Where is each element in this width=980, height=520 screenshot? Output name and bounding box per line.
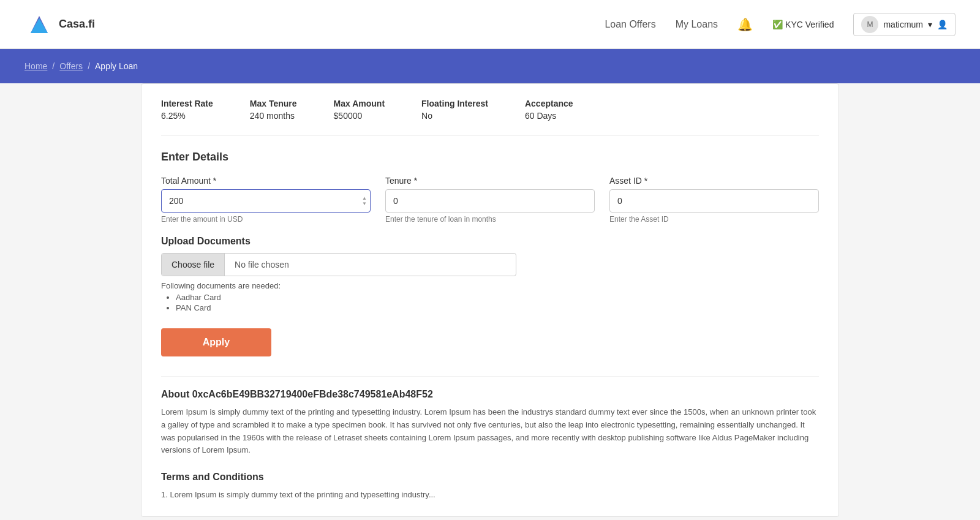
asset-id-label: Asset ID *	[609, 176, 819, 186]
tenure-hint: Enter the tenure of loan in months	[385, 215, 595, 224]
no-file-text: No file chosen	[225, 254, 516, 276]
main-card: Interest Rate 6.25% Max Tenure 240 month…	[141, 83, 839, 517]
username: maticmum	[883, 20, 923, 29]
tenure-group: Tenure * Enter the tenure of loan in mon…	[385, 176, 595, 224]
tenure-label: Tenure *	[385, 176, 595, 186]
about-section: About 0xcAc6bE49BB32719400eFBde38c749581…	[161, 376, 819, 457]
enter-details-title: Enter Details	[161, 151, 819, 164]
about-title: About 0xcAc6bE49BB32719400eFBde38c749581…	[161, 389, 819, 400]
floating-interest-item: Floating Interest No	[421, 99, 488, 121]
total-amount-input-wrapper: ▲ ▼	[161, 189, 371, 213]
interest-rate-label: Interest Rate	[161, 99, 213, 108]
avatar: M	[861, 16, 878, 33]
arrow-up-icon[interactable]: ▲	[362, 196, 367, 201]
loan-info-bar: Interest Rate 6.25% Max Tenure 240 month…	[161, 99, 819, 136]
max-tenure-value: 240 months	[250, 111, 297, 121]
max-amount-item: Max Amount $50000	[334, 99, 385, 121]
svg-marker-1	[31, 18, 48, 33]
total-amount-hint: Enter the amount in USD	[161, 215, 371, 224]
nav-my-loans[interactable]: My Loans	[676, 19, 718, 30]
upload-section: Upload Documents Choose file No file cho…	[161, 236, 819, 312]
apply-button[interactable]: Apply	[161, 328, 271, 356]
acceptance-label: Acceptance	[525, 99, 573, 108]
tenure-input[interactable]	[385, 189, 595, 213]
nav-area: Loan Offers My Loans 🔔 ✅ KYC Verified M …	[605, 13, 956, 36]
chevron-down-icon: ▾	[928, 20, 932, 29]
total-amount-arrows[interactable]: ▲ ▼	[362, 196, 367, 206]
logo-text: Casa.fi	[59, 18, 95, 31]
breadcrumb-sep-2: /	[88, 61, 90, 71]
about-text: Lorem Ipsum is simply dummy text of the …	[161, 406, 819, 457]
user-dropdown[interactable]: M maticmum ▾ 👤	[853, 13, 956, 36]
breadcrumb-offers[interactable]: Offers	[59, 61, 83, 71]
max-tenure-label: Max Tenure	[250, 99, 297, 108]
total-amount-group: Total Amount * ▲ ▼ Enter the amount in U…	[161, 176, 371, 224]
breadcrumb-sep-1: /	[52, 61, 55, 71]
file-input-row: Choose file No file chosen	[161, 253, 516, 276]
asset-id-input[interactable]	[609, 189, 819, 213]
asset-id-hint: Enter the Asset ID	[609, 215, 819, 224]
terms-section: Terms and Conditions 1. Lorem Ipsum is s…	[161, 472, 819, 502]
breadcrumb-home[interactable]: Home	[24, 61, 47, 71]
logo: Casa.fi	[24, 10, 95, 39]
choose-file-button[interactable]: Choose file	[162, 254, 225, 276]
floating-interest-value: No	[421, 111, 488, 121]
kyc-check-icon: ✅	[772, 20, 783, 29]
arrow-down-icon[interactable]: ▼	[362, 202, 367, 206]
kyc-label: KYC Verified	[785, 20, 834, 29]
terms-text: 1. Lorem Ipsum is simply dummy text of t…	[161, 489, 819, 502]
breadcrumb-banner: Home / Offers / Apply Loan	[0, 49, 980, 83]
max-amount-value: $50000	[334, 111, 385, 121]
list-item: Aadhar Card	[176, 293, 819, 302]
list-item: PAN Card	[176, 303, 819, 312]
nav-loan-offers[interactable]: Loan Offers	[605, 19, 655, 30]
max-tenure-item: Max Tenure 240 months	[250, 99, 297, 121]
form-row: Total Amount * ▲ ▼ Enter the amount in U…	[161, 176, 819, 224]
docs-list: Aadhar Card PAN Card	[161, 293, 819, 312]
breadcrumb: Home / Offers / Apply Loan	[24, 61, 956, 71]
max-amount-label: Max Amount	[334, 99, 385, 108]
floating-interest-label: Floating Interest	[421, 99, 488, 108]
kyc-badge: ✅ KYC Verified	[772, 20, 834, 29]
terms-title: Terms and Conditions	[161, 472, 819, 483]
user-icon: 👤	[937, 20, 948, 29]
docs-needed-label: Following documents are needed:	[161, 281, 819, 290]
acceptance-value: 60 Days	[525, 111, 573, 121]
interest-rate-item: Interest Rate 6.25%	[161, 99, 213, 121]
logo-icon	[24, 10, 54, 39]
interest-rate-value: 6.25%	[161, 111, 213, 121]
header: Casa.fi Loan Offers My Loans 🔔 ✅ KYC Ver…	[0, 0, 980, 49]
bell-icon[interactable]: 🔔	[737, 17, 753, 32]
total-amount-label: Total Amount *	[161, 176, 371, 186]
breadcrumb-current: Apply Loan	[95, 61, 138, 71]
total-amount-input[interactable]	[161, 189, 371, 213]
upload-label: Upload Documents	[161, 236, 819, 247]
acceptance-item: Acceptance 60 Days	[525, 99, 573, 121]
asset-id-group: Asset ID * Enter the Asset ID	[609, 176, 819, 224]
